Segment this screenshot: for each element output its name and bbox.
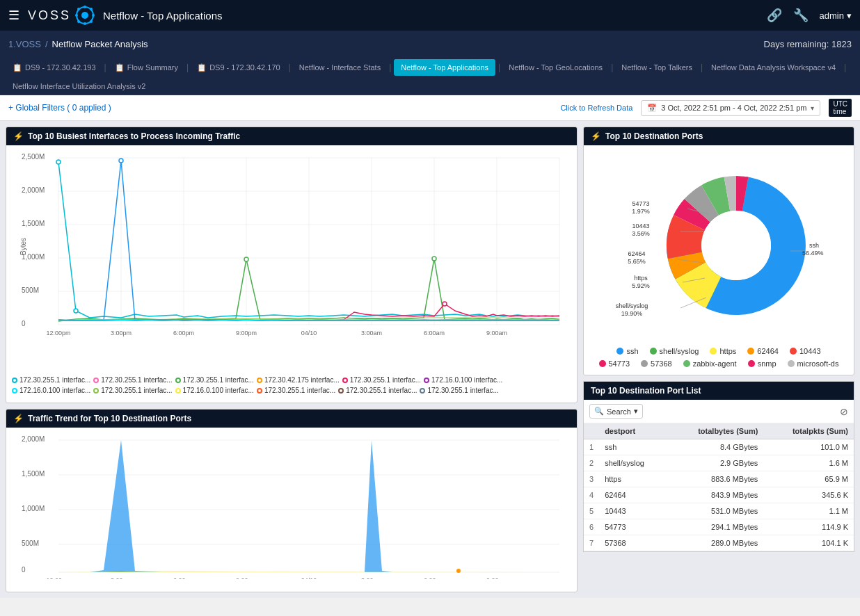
svg-text:6:00pm: 6:00pm <box>173 577 194 579</box>
table-row: 2 shell/syslog 2.9 GBytes 1.6 M <box>584 455 854 471</box>
tab-ds9-1[interactable]: 📋 DS9 - 172.30.42.193 <box>6 59 103 76</box>
date-range-picker[interactable]: 📅 3 Oct, 2022 2:51 pm - 4 Oct, 2022 2:51… <box>641 100 820 116</box>
search-input-wrap[interactable]: 🔍 Search ▾ <box>589 404 643 419</box>
col-totalpkts[interactable]: totalpkts (Sum) <box>763 423 854 439</box>
cell-destport: 62464 <box>599 487 667 503</box>
svg-point-43 <box>244 257 248 261</box>
legend-dot <box>12 378 17 383</box>
top-interfaces-chart: 2,500M 2,000M 1,500M 1,000M 500M 0 Bytes <box>12 151 571 373</box>
svg-text:3:00pm: 3:00pm <box>111 330 132 337</box>
svg-text:2,500M: 2,500M <box>22 153 45 161</box>
dest-port-list-header: Top 10 Destination Port List <box>584 382 854 400</box>
tab-flow-summary[interactable]: 📋 Flow Summary <box>108 59 185 76</box>
legend-item: 172.30.255.1 interfac... <box>342 376 421 384</box>
cell-totalpkts: 1.6 M <box>763 455 854 471</box>
dest-ports-header: ⚡ Top 10 Destination Ports <box>584 127 854 145</box>
chart-header-icon: ⚡ <box>13 131 24 141</box>
admin-menu[interactable]: admin ▾ <box>820 10 852 21</box>
svg-text:62464: 62464 <box>628 250 645 257</box>
svg-text:9:00am: 9:00am <box>486 577 507 579</box>
svg-text:1,500M: 1,500M <box>22 220 45 227</box>
link-icon[interactable]: 🔗 <box>767 8 782 23</box>
tab-workspace-v4[interactable]: Netflow Data Analysis Workspace v4 <box>704 59 843 76</box>
svg-text:9:00pm: 9:00pm <box>236 330 257 337</box>
legend-item: 172.30.255.1 interfac... <box>12 376 90 384</box>
svg-point-68 <box>701 211 771 280</box>
svg-text:19.90%: 19.90% <box>621 310 643 317</box>
svg-text:500M: 500M <box>22 540 39 547</box>
svg-point-59 <box>456 569 461 573</box>
svg-text:6:00am: 6:00am <box>424 330 445 337</box>
donut-chart-container: 54773 1.97% 10443 3.56% 62464 5.65% http… <box>589 148 848 343</box>
cell-totalpkts: 65.9 M <box>763 471 854 487</box>
main-content: ⚡ Top 10 Busiest Interfaces to Process I… <box>0 121 860 598</box>
cell-destport: 54773 <box>599 519 667 535</box>
svg-point-7 <box>90 20 93 23</box>
svg-text:3:00pm: 3:00pm <box>111 577 132 579</box>
breadcrumb-root[interactable]: 1.VOSS <box>8 39 41 49</box>
svg-point-41 <box>74 309 78 313</box>
admin-chevron-icon: ▾ <box>847 10 852 21</box>
tab-interface-stats[interactable]: Netflow - Interface Stats <box>292 59 388 76</box>
svg-point-9 <box>90 8 93 10</box>
cell-totalpkts: 345.6 K <box>763 487 854 503</box>
svg-point-1 <box>81 12 88 19</box>
legend-item: 172.30.255.1 interfac... <box>175 376 254 384</box>
svg-text:1,000M: 1,000M <box>22 505 45 512</box>
cell-destport: ssh <box>599 439 667 455</box>
svg-text:Bytes: Bytes <box>19 238 27 255</box>
legend-dot <box>93 378 99 383</box>
legend-item: 172.30.255.1 interfac... <box>420 387 498 394</box>
search-tool-icon[interactable]: 🔧 <box>793 8 809 23</box>
svg-point-42 <box>432 257 436 261</box>
svg-text:1,500M: 1,500M <box>22 470 45 478</box>
row-num: 7 <box>584 535 599 551</box>
svg-point-2 <box>83 6 86 8</box>
svg-point-8 <box>77 20 80 23</box>
legend-dot <box>175 378 181 383</box>
tab-top-talkers[interactable]: Netflow - Top Talkers <box>614 59 699 76</box>
cell-totalbytes: 2.9 GBytes <box>667 455 763 471</box>
row-num: 3 <box>584 471 599 487</box>
tab-geolocations[interactable]: Netflow - Top GeoLocations <box>502 59 610 76</box>
folder-icon: 📋 <box>115 63 125 72</box>
cell-destport: 57368 <box>599 535 667 551</box>
table-row: 5 10443 531.0 MBytes 1.1 M <box>584 503 854 519</box>
legend-dot-54773 <box>599 360 606 367</box>
nav-tabs: 📋 DS9 - 172.30.42.193 | 📋 Flow Summary |… <box>0 57 860 95</box>
svg-text:1.97%: 1.97% <box>632 208 650 215</box>
tab-top-applications[interactable]: Netflow - Top Applications <box>394 59 495 76</box>
table-search-bar: 🔍 Search ▾ ⊘ <box>584 400 854 423</box>
legend-item-zabbix: zabbix-agent <box>683 359 737 368</box>
tab-ds9-2[interactable]: 📋 DS9 - 172.30.42.170 <box>190 59 287 76</box>
svg-point-44 <box>443 302 447 306</box>
legend-dot-shell <box>650 348 657 355</box>
search-label: Search <box>607 407 631 416</box>
legend-item: 172.30.42.175 interfac... <box>257 376 340 384</box>
col-destport[interactable]: destport <box>599 423 667 439</box>
top-interfaces-legend: 172.30.255.1 interfac... 172.30.255.1 in… <box>12 373 571 397</box>
legend-dot <box>12 388 17 394</box>
filter-icon[interactable]: ⊘ <box>840 406 848 417</box>
legend-dot-https <box>710 348 717 355</box>
legend-dot-57368 <box>641 360 648 367</box>
menu-icon[interactable]: ☰ <box>8 8 19 23</box>
legend-item-microsoft: microsoft-ds <box>788 359 839 368</box>
legend-item: 172.30.255.1 interfac... <box>257 387 335 394</box>
breadcrumb-bar: 1.VOSS / Netflow Packet Analysis Days re… <box>0 31 860 57</box>
global-filters-btn[interactable]: + Global Filters ( 0 applied ) <box>8 103 111 113</box>
date-picker-arrow-icon: ▾ <box>811 104 814 112</box>
refresh-data-btn[interactable]: Click to Refresh Data <box>560 104 632 112</box>
legend-dot <box>420 388 425 394</box>
col-totalbytes[interactable]: totalbytes (Sum) <box>667 423 763 439</box>
svg-text:9:00am: 9:00am <box>486 330 507 337</box>
top-interfaces-header: ⚡ Top 10 Busiest Interfaces to Process I… <box>6 127 577 145</box>
traffic-trend-panel: ⚡ Traffic Trend for Top 10 Destination P… <box>6 409 578 592</box>
legend-item: 172.30.255.1 interfac... <box>93 387 172 394</box>
dest-ports-title: Top 10 Destination Ports <box>605 131 703 141</box>
cell-totalpkts: 101.0 M <box>763 439 854 455</box>
tab-utilization-v2[interactable]: Netflow Interface Utilization Analysis v… <box>6 78 152 95</box>
row-num: 6 <box>584 519 599 535</box>
traffic-trend-title: Traffic Trend for Top 10 Destination Por… <box>28 414 191 423</box>
dest-ports-panel: ⚡ Top 10 Destination Ports <box>583 127 854 375</box>
